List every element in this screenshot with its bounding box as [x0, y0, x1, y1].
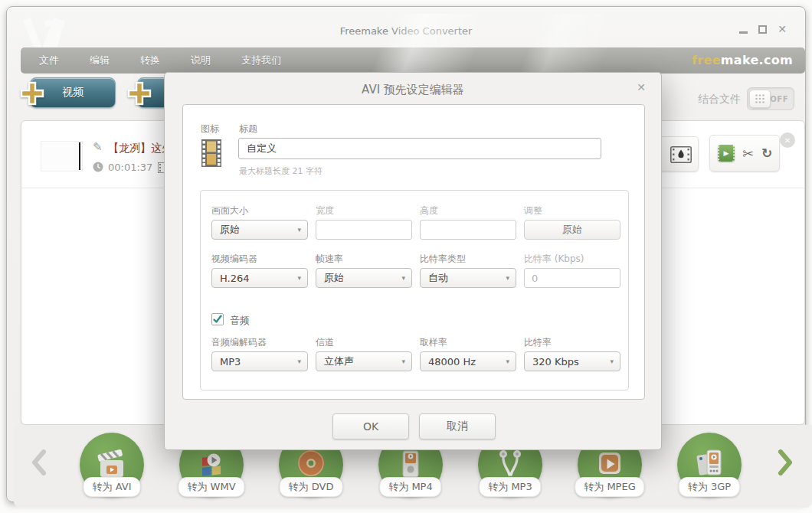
chevron-down-icon: ▾ [297, 274, 301, 282]
format-label: 转为 MP3 [479, 477, 541, 497]
brand-wordmark: freemake.com [692, 53, 793, 67]
format-avi[interactable]: 转为 AVI [80, 433, 144, 508]
cut-button[interactable]: ✂ [742, 145, 754, 162]
format-label: 转为 MP4 [379, 477, 441, 497]
join-files-label: 结合文件 [670, 93, 741, 106]
framerate-label: 帧速率 [316, 253, 343, 266]
format-label: 转为 AVI [83, 477, 141, 497]
chevron-down-icon: ▾ [610, 358, 614, 365]
format-label: 转为 DVD [280, 477, 343, 497]
menu-support[interactable]: 支持我们 [241, 54, 281, 67]
add-video-label: 视频 [62, 86, 83, 100]
video-bitrate-label: 比特率 (Kbps) [524, 253, 584, 266]
file-duration: 00:01:37 [108, 162, 152, 173]
adjust-label: 调整 [524, 204, 542, 217]
chevron-down-icon: ▾ [297, 358, 301, 365]
dialog-title: AVI 预先设定编辑器 [165, 83, 661, 97]
join-files-toggle[interactable]: OFF [747, 87, 794, 110]
scroll-left-chevron[interactable] [31, 449, 47, 475]
height-label: 高度 [420, 204, 438, 217]
dialog-body-panel: 图标 标题 最大标题长度 21 字符 画面大小 宽度 [182, 104, 645, 400]
menu-file[interactable]: 文件 [39, 54, 59, 67]
channels-label: 信道 [316, 336, 334, 349]
plus-icon [126, 80, 152, 106]
audio-checkbox-label[interactable]: 音频 [230, 314, 250, 328]
edit-title-icon[interactable]: ✎ [93, 140, 103, 154]
format-label: 转为 MPEG [575, 477, 644, 497]
close-window-button[interactable]: ✕ [778, 25, 787, 34]
frame-size-label: 画面大小 [211, 204, 248, 217]
scroll-right-chevron[interactable] [777, 449, 794, 475]
check-icon [212, 314, 223, 325]
framerate-select[interactable]: 原始 ▾ [316, 268, 412, 288]
rotate-button[interactable]: ↻ [761, 145, 772, 161]
fields-panel: 画面大小 宽度 高度 调整 原始 ▾ 原始 视频编码器 帧速率 比特率类型 [200, 190, 629, 390]
preset-film-icon[interactable] [200, 139, 223, 167]
audio-checkbox[interactable] [211, 313, 224, 325]
play-icon: ▶ [724, 149, 729, 157]
file-title: 【龙冽】这火 [108, 142, 172, 155]
format-label: 转为 WMV [178, 477, 244, 497]
width-input[interactable] [316, 220, 412, 240]
height-input[interactable] [420, 220, 516, 240]
thumbnail-detail [79, 142, 80, 170]
icon-field-label: 图标 [201, 123, 219, 136]
preset-editor-dialog: AVI 预先设定编辑器 ✕ 图标 标题 最大标题长度 21 字符 [164, 72, 662, 450]
window-title: Freemake Video Converter [7, 25, 805, 37]
video-thumbnail [41, 141, 83, 172]
audio-bitrate-label: 比特率 [524, 336, 552, 349]
edit-tools-group: ▶ ✂ ↻ [709, 135, 780, 172]
frame-size-select[interactable]: 原始 ▾ [211, 220, 308, 240]
audio-codec-select[interactable]: MP3 ▾ [211, 351, 308, 371]
title-field-label: 标题 [239, 123, 257, 136]
chevron-down-icon: ▾ [401, 358, 405, 365]
samplerate-label: 取样率 [420, 336, 447, 349]
app-window: Freemake Video Converter ✕ 文件 编辑 转换 说明 支… [6, 6, 806, 502]
menu-edit[interactable]: 编辑 [90, 54, 110, 67]
minimize-button[interactable] [739, 31, 748, 34]
clock-icon [93, 162, 103, 172]
plus-icon [19, 80, 45, 106]
maximize-button[interactable] [758, 25, 767, 34]
menu-convert[interactable]: 转换 [140, 54, 160, 67]
app-root: Freemake Video Converter ✕ 文件 编辑 转换 说明 支… [0, 0, 812, 513]
width-label: 宽度 [316, 204, 334, 217]
chevron-down-icon: ▾ [506, 358, 509, 365]
samplerate-select[interactable]: 48000 Hz ▾ [420, 351, 516, 371]
chevron-down-icon: ▾ [506, 274, 509, 282]
cancel-button[interactable]: 取消 [419, 413, 496, 439]
ok-button[interactable]: OK [332, 413, 409, 439]
toggle-state-label: OFF [770, 95, 788, 103]
audio-codec-label: 音频编解码器 [211, 336, 267, 349]
audio-bitrate-select[interactable]: 320 Kbps ▾ [524, 351, 620, 371]
preset-name-input[interactable] [238, 138, 601, 159]
menu-bar: 文件 编辑 转换 说明 支持我们 freemake.com [21, 47, 805, 74]
video-codec-label: 视频编码器 [211, 253, 257, 266]
bitrate-type-select[interactable]: 自动 ▾ [420, 268, 516, 288]
channels-select[interactable]: 立体声 ▾ [316, 351, 412, 371]
preview-play-button[interactable]: ▶ [718, 145, 735, 162]
menu-help[interactable]: 说明 [191, 54, 211, 67]
toggle-knob [749, 90, 771, 108]
bitrate-type-label: 比特率类型 [420, 253, 466, 266]
grid-dots-icon [755, 93, 765, 104]
chevron-down-icon: ▾ [297, 226, 301, 234]
dialog-close-button[interactable]: ✕ [637, 81, 646, 93]
chevron-down-icon: ▾ [401, 274, 405, 282]
format-3gp[interactable]: 转为 3GP [677, 433, 742, 508]
adjust-button[interactable]: 原始 [524, 220, 620, 240]
title-length-hint: 最大标题长度 21 字符 [239, 165, 323, 177]
video-bitrate-input[interactable] [524, 268, 620, 288]
remove-file-button[interactable]: ✕ [780, 132, 795, 148]
film-watermark-icon [670, 146, 692, 163]
format-label: 转为 3GP [679, 477, 740, 497]
video-codec-select[interactable]: H.264 ▾ [211, 268, 308, 288]
